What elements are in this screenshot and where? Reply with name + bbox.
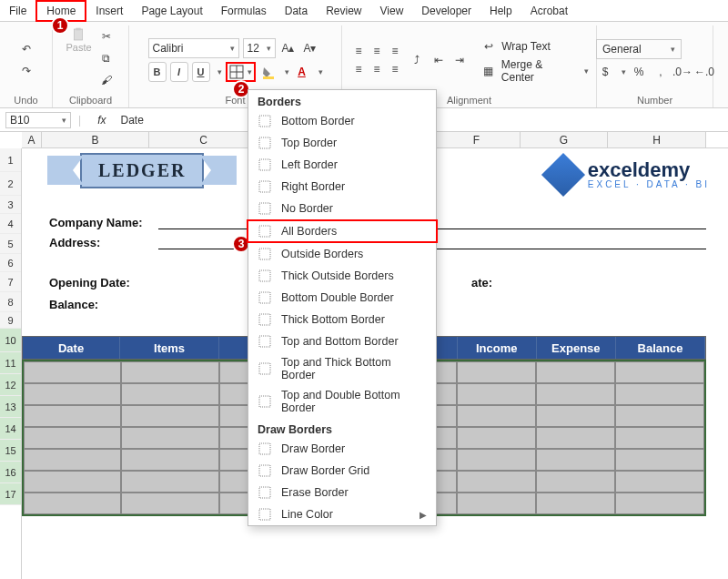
table-cell[interactable]: [615, 405, 704, 427]
draw-border-option-erase-border[interactable]: Erase Border: [248, 482, 436, 503]
table-cell[interactable]: [121, 471, 220, 493]
border-option-bottom-border[interactable]: Bottom Border: [248, 110, 436, 132]
undo-icon[interactable]: ↶: [17, 40, 35, 58]
row-header-10[interactable]: 10: [0, 329, 21, 352]
format-painter-icon[interactable]: 🖌: [97, 71, 116, 89]
menu-insert[interactable]: Insert: [86, 2, 132, 20]
table-cell[interactable]: [24, 471, 121, 493]
row-header-15[interactable]: 15: [0, 440, 21, 462]
decrease-decimal-icon[interactable]: ←.0: [695, 63, 713, 81]
table-cell[interactable]: [121, 427, 220, 449]
menu-data[interactable]: Data: [276, 2, 317, 20]
table-cell[interactable]: [615, 449, 704, 471]
menu-developer[interactable]: Developer: [412, 2, 480, 20]
table-cell[interactable]: [536, 493, 615, 514]
orientation-icon[interactable]: ⤴: [408, 51, 426, 69]
table-cell[interactable]: [24, 449, 121, 471]
align-top-icon[interactable]: ≡: [349, 42, 368, 60]
name-box[interactable]: B10▾: [5, 112, 71, 128]
align-right-icon[interactable]: ≡: [386, 60, 404, 78]
table-cell[interactable]: [24, 361, 121, 383]
table-cell[interactable]: [536, 471, 615, 493]
formula-content[interactable]: Date: [120, 114, 143, 127]
underline-chevron-icon[interactable]: ▾: [217, 67, 222, 76]
table-cell[interactable]: [121, 405, 220, 427]
increase-indent-icon[interactable]: ⇥: [450, 51, 469, 69]
border-option-bottom-double-border[interactable]: Bottom Double Border: [248, 287, 436, 309]
border-option-thick-outside-borders[interactable]: Thick Outside Borders: [248, 265, 436, 287]
align-left-icon[interactable]: ≡: [349, 60, 368, 78]
border-option-outside-borders[interactable]: Outside Borders: [248, 243, 436, 265]
border-option-top-and-bottom-border[interactable]: Top and Bottom Border: [248, 330, 436, 352]
font-name-select[interactable]: Calibri▾: [148, 38, 239, 58]
table-cell[interactable]: [121, 383, 220, 405]
col-header-H[interactable]: H: [608, 132, 706, 147]
row-header-4[interactable]: 4: [0, 214, 21, 234]
fx-icon[interactable]: fx: [97, 114, 106, 127]
menu-view[interactable]: View: [371, 2, 413, 20]
border-option-top-border[interactable]: Top Border: [248, 132, 436, 154]
comma-button[interactable]: ,: [652, 63, 670, 81]
menu-acrobat[interactable]: Acrobat: [521, 2, 577, 20]
draw-border-option-line-color[interactable]: Line Color▶: [248, 503, 436, 525]
table-cell[interactable]: [121, 449, 220, 471]
table-cell[interactable]: [457, 493, 536, 514]
align-center-icon[interactable]: ≡: [368, 60, 386, 78]
row-header-3[interactable]: 3: [0, 196, 21, 214]
row-header-16[interactable]: 16: [0, 462, 21, 483]
alignment-grid[interactable]: ≡ ≡ ≡ ≡ ≡ ≡: [349, 42, 404, 78]
table-cell[interactable]: [121, 361, 220, 383]
table-cell[interactable]: [615, 427, 704, 449]
table-cell[interactable]: [24, 405, 121, 427]
border-option-left-border[interactable]: Left Border: [248, 154, 436, 176]
redo-icon[interactable]: ↷: [17, 62, 35, 80]
col-header-G[interactable]: G: [521, 132, 608, 147]
font-color-icon[interactable]: A: [293, 63, 311, 81]
row-header-12[interactable]: 12: [0, 374, 21, 396]
decrease-indent-icon[interactable]: ⇤: [430, 51, 448, 69]
decrease-font-icon[interactable]: A▾: [301, 39, 319, 57]
table-cell[interactable]: [536, 361, 615, 383]
bold-button[interactable]: B: [148, 62, 167, 82]
border-option-all-borders[interactable]: All Borders: [247, 219, 438, 243]
menu-formulas[interactable]: Formulas: [212, 2, 276, 20]
table-cell[interactable]: [457, 383, 536, 405]
borders-button[interactable]: ▾: [226, 62, 256, 82]
increase-font-icon[interactable]: A▴: [279, 39, 298, 57]
number-format-select[interactable]: General▾: [596, 39, 682, 59]
table-cell[interactable]: [457, 405, 536, 427]
merge-center-button[interactable]: ▦ Merge & Center▾: [480, 58, 589, 84]
wrap-text-button[interactable]: ↩ Wrap Text: [480, 37, 589, 56]
row-header-7[interactable]: 7: [0, 272, 21, 292]
border-option-no-border[interactable]: No Border: [248, 198, 436, 219]
col-header-F[interactable]: F: [433, 132, 521, 147]
col-header-C[interactable]: C: [149, 132, 258, 147]
col-header-B[interactable]: B: [42, 132, 149, 147]
col-header-A[interactable]: A: [22, 132, 42, 147]
table-cell[interactable]: [536, 383, 615, 405]
row-header-11[interactable]: 11: [0, 352, 21, 374]
cut-icon[interactable]: ✂: [97, 27, 116, 46]
menu-help[interactable]: Help: [480, 2, 521, 20]
table-cell[interactable]: [24, 427, 121, 449]
table-cell[interactable]: [457, 361, 536, 383]
font-size-select[interactable]: 12▾: [243, 38, 276, 58]
table-cell[interactable]: [615, 383, 704, 405]
border-option-top-and-thick-bottom-border[interactable]: Top and Thick Bottom Border: [248, 352, 436, 385]
table-cell[interactable]: [24, 493, 121, 514]
table-cell[interactable]: [457, 449, 536, 471]
paste-icon[interactable]: [71, 27, 86, 42]
menu-page-layout[interactable]: Page Layout: [132, 2, 211, 20]
increase-decimal-icon[interactable]: .0→: [673, 63, 692, 81]
row-header-5[interactable]: 5: [0, 234, 21, 254]
table-cell[interactable]: [24, 383, 121, 405]
table-cell[interactable]: [615, 493, 704, 514]
row-header-9[interactable]: 9: [0, 312, 21, 329]
row-header-6[interactable]: 6: [0, 254, 21, 272]
table-cell[interactable]: [536, 405, 615, 427]
row-header-13[interactable]: 13: [0, 396, 21, 418]
table-cell[interactable]: [615, 361, 704, 383]
menu-file[interactable]: File: [0, 2, 35, 20]
draw-border-option-draw-border[interactable]: Draw Border: [248, 438, 436, 460]
row-header-17[interactable]: 17: [0, 483, 21, 505]
